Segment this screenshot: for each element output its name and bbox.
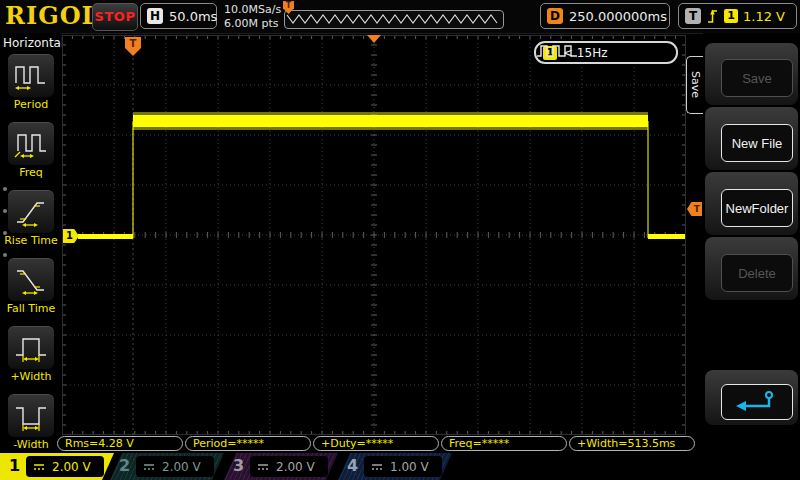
scroll-dot xyxy=(3,253,7,257)
measure-pwidth: +Width=513.5ms xyxy=(569,436,695,451)
measure-rms: Rms=4.28 V xyxy=(57,436,183,451)
trigger-source-badge: 1 xyxy=(724,9,738,23)
plus-width-icon[interactable] xyxy=(8,326,54,369)
acquisition-info: 10.0MSa/s 6.00M pts xyxy=(224,3,281,30)
channel-scale: 2.00 V xyxy=(162,460,201,474)
channel-number: 3 xyxy=(233,456,244,475)
menu-item-label: +Width xyxy=(0,370,62,383)
channel-scale: 1.00 V xyxy=(390,460,429,474)
rising-edge-icon xyxy=(706,7,719,25)
dc-coupling-icon xyxy=(33,462,45,472)
menu-item-fall-time[interactable]: Fall Time xyxy=(0,258,62,324)
menu-title: Horizontal xyxy=(0,33,62,52)
freq-icon[interactable] xyxy=(8,122,54,165)
save-button[interactable]: Save xyxy=(721,59,793,97)
new-folder-button[interactable]: NewFolder xyxy=(721,189,793,227)
delete-button[interactable]: Delete xyxy=(721,254,793,292)
menu-item-freq[interactable]: Freq xyxy=(0,122,62,188)
channel-status-bar: 1 2.00 V 2 2.00 V 3 2.00 V 4 1.00 V xyxy=(0,453,800,480)
save-menu-tab: Save xyxy=(686,56,703,114)
delay-value: 250.000000ms xyxy=(569,9,667,24)
dc-coupling-icon xyxy=(371,462,383,472)
sample-rate: 10.0MSa/s xyxy=(224,3,281,17)
timebase-value: 50.0ms xyxy=(169,9,217,24)
channel-number: 1 xyxy=(9,456,20,475)
channel-number: 2 xyxy=(119,456,130,475)
fall-time-icon[interactable] xyxy=(8,258,54,301)
menu-item-label: Fall Time xyxy=(0,302,62,315)
return-arrow-icon xyxy=(733,390,781,414)
period-icon[interactable] xyxy=(8,54,54,97)
channel-scale: 2.00 V xyxy=(52,460,91,474)
menu-item-label: -Width xyxy=(0,438,62,451)
rise-time-icon[interactable] xyxy=(8,190,54,233)
new-file-button[interactable]: New File xyxy=(721,124,793,162)
oscilloscope-screen: { "top_bar": { "brand": "RIGOL", "run_st… xyxy=(0,0,800,480)
dc-coupling-icon xyxy=(257,462,269,472)
horizontal-timebase-box[interactable]: H 50.0ms xyxy=(140,3,217,29)
scroll-dot xyxy=(3,187,7,191)
waveform-display-area: T 1 1 < 15Hz xyxy=(62,35,686,435)
measure-duty: +Duty=***** xyxy=(313,436,439,451)
ch1-waveform-trace xyxy=(62,35,686,435)
h-badge: H xyxy=(147,8,163,24)
trigger-level-value: 1.12 V xyxy=(743,9,785,24)
scroll-dot xyxy=(3,209,7,213)
memory-position-bar[interactable] xyxy=(284,10,504,29)
square-wave-icon xyxy=(536,43,580,59)
trigger-frequency-counter: 1 < 15Hz xyxy=(534,41,678,64)
channel-4-status[interactable]: 4 1.00 V xyxy=(338,453,452,480)
menu-item-label: Rise Time xyxy=(0,234,62,247)
run-stop-status[interactable]: STOP xyxy=(92,3,138,31)
save-softkey-menu: Save New File NewFolder Delete xyxy=(703,33,800,453)
measure-period: Period=***** xyxy=(185,436,311,451)
channel-1-status[interactable]: 1 2.00 V xyxy=(0,453,114,480)
top-status-bar: RIGOL STOP H 50.0ms 10.0MSa/s 6.00M pts … xyxy=(0,0,800,34)
horizontal-measure-menu: Horizontal Period Freq Rise Time Fall Ti… xyxy=(0,33,62,453)
menu-item-label: Freq xyxy=(0,166,62,179)
measure-freq: Freq=***** xyxy=(441,436,567,451)
d-badge: D xyxy=(547,8,563,24)
back-button[interactable] xyxy=(721,384,793,420)
memory-waveform-icon xyxy=(285,11,501,28)
delay-box[interactable]: D 250.000000ms xyxy=(540,3,670,29)
rigol-logo: RIGOL xyxy=(5,1,99,30)
channel-3-status[interactable]: 3 2.00 V xyxy=(224,453,338,480)
channel-2-status[interactable]: 2 2.00 V xyxy=(110,453,224,480)
scroll-dot xyxy=(3,231,7,235)
channel-number: 4 xyxy=(347,456,358,475)
menu-item--width[interactable]: -Width xyxy=(0,394,62,460)
trigger-box[interactable]: T 1 1.12 V xyxy=(678,3,797,29)
minus-width-icon[interactable] xyxy=(8,394,54,437)
menu-item-label: Period xyxy=(0,98,62,111)
dc-coupling-icon xyxy=(143,462,155,472)
t-badge: T xyxy=(685,8,701,24)
trigger-level-marker[interactable]: T xyxy=(687,202,702,216)
memory-depth: 6.00M pts xyxy=(224,17,281,31)
menu-item-rise-time[interactable]: Rise Time xyxy=(0,190,62,256)
channel-scale: 2.00 V xyxy=(276,460,315,474)
menu-item-period[interactable]: Period xyxy=(0,54,62,120)
menu-item--width[interactable]: +Width xyxy=(0,326,62,392)
